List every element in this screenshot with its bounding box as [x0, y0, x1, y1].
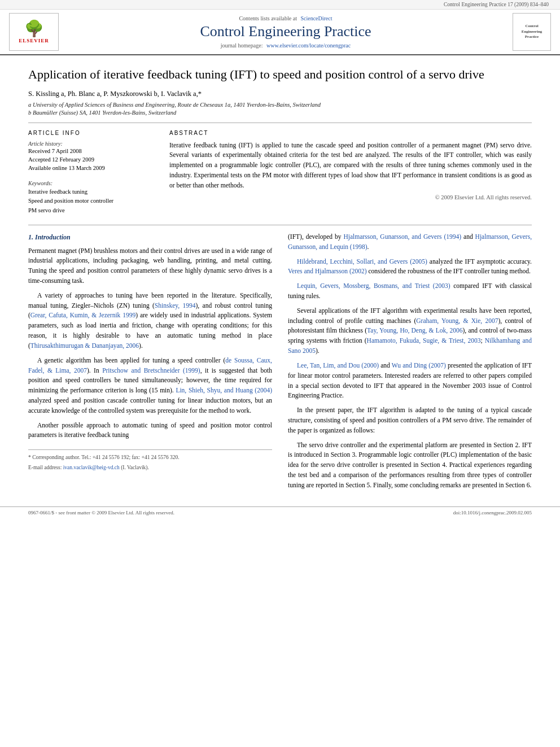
ref-graham[interactable]: Graham, Young, & Xie, 2007 [416, 317, 498, 324]
divider-2 [28, 225, 532, 225]
journal-title: Control Engineering Practice [68, 23, 504, 40]
bottom-bar: 0967-0661/$ - see front matter © 2009 El… [0, 506, 560, 518]
ref-hamamoto[interactable]: Hamamoto, Fukuda, Sugie, & Triest, 2003 [367, 337, 481, 344]
keyword-3: PM servo drive [28, 206, 152, 216]
authors-line: S. Kissling a, Ph. Blanc a, P. Myszkorow… [28, 90, 532, 98]
right-para-1: (IFT), developed by Hjalmarsson, Gunarss… [288, 232, 532, 252]
journal-citation: Control Engineering Practice 17 (2009) 8… [444, 2, 549, 7]
ref-lequin[interactable]: Lequin, Gevers, Mossberg, Bosmans, and T… [297, 282, 450, 289]
accepted-date: Accepted 12 February 2009 [28, 156, 152, 163]
ref-hildebrand[interactable]: Hildebrand, Lecchini, Sollari, and Gever… [297, 258, 427, 265]
bottom-doi: doi:10.1016/j.conengprac.2009.02.005 [453, 510, 532, 516]
ref-wu[interactable]: Wu and Ding (2007) [392, 362, 446, 369]
corresponding-note: * Corresponding author. Tel.: +41 24 557… [28, 453, 272, 462]
received-date: Received 7 April 2008 [28, 148, 152, 154]
available-date: Available online 13 March 2009 [28, 165, 152, 171]
contents-available-line: Contents lists available at ScienceDirec… [68, 15, 504, 21]
email-note: E-mail address: ivan.vaclavik@heig-vd.ch… [28, 464, 272, 472]
divider-1 [28, 123, 532, 123]
ref-hjalmarsson1994[interactable]: Hjalmarsson, Gunarsson, and Gevers (1994… [343, 233, 461, 240]
left-body-col: 1. Introduction Permanent magnet (PM) br… [28, 232, 272, 495]
history-label: Article history: [28, 141, 152, 147]
affiliation-a: a University of Applied Sciences of Busi… [28, 102, 532, 108]
right-para-7: The servo drive controller and the exper… [288, 440, 532, 491]
abstract-heading: ABSTRACT [169, 130, 532, 136]
ref-grear[interactable]: Grear, Cafuta, Kumin, & Jezernik 1999 [30, 312, 135, 318]
body-columns: 1. Introduction Permanent magnet (PM) br… [28, 232, 532, 495]
elsevier-text: ELSEVIER [19, 38, 49, 43]
ref-lee[interactable]: Lee, Tan, Lim, and Dou (2000) [297, 362, 379, 369]
right-para-5: Lee, Tan, Lim, and Dou (2000) and Wu and… [288, 361, 532, 401]
right-para-4: Several applications of the IFT algorith… [288, 306, 532, 356]
abstract-text: Iterative feedback tuning (IFT) is appli… [169, 141, 532, 191]
right-para-3: Lequin, Gevers, Mossberg, Bosmans, and T… [288, 281, 532, 302]
keywords-list: Iterative feedback tuning Speed and posi… [28, 187, 152, 216]
right-para-6: In the present paper, the IFT algorithm … [288, 405, 532, 435]
section1-para-4: Another possible approach to automatic t… [28, 421, 272, 441]
journal-homepage-line: journal homepage: www.elsevier.com/locat… [68, 42, 504, 49]
sciencedirect-link[interactable]: ScienceDirect [300, 15, 332, 21]
main-content: Application of iterative feedback tuning… [0, 55, 560, 506]
journal-right-logo: ControlEngineeringPractice [513, 13, 551, 51]
copyright-line: © 2009 Elsevier Ltd. All rights reserved… [169, 194, 532, 200]
affiliation-b: b Baumüller (Suisse) SA, 1401 Yverdon-le… [28, 110, 532, 116]
ref-tay[interactable]: Tay, Young, Ho, Deng, & Lok, 2006 [367, 327, 462, 334]
article-title: Application of iterative feedback tuning… [28, 67, 532, 83]
footer-notes: * Corresponding author. Tel.: +41 24 557… [28, 449, 272, 471]
info-abstract-row: ARTICLE INFO Article history: Received 7… [28, 130, 532, 216]
elsevier-logo: 🌳 ELSEVIER [9, 13, 59, 51]
section1-title: 1. Introduction [28, 232, 272, 243]
bottom-copyright: 0967-0661/$ - see front matter © 2009 El… [28, 510, 174, 516]
right-logo-text: ControlEngineeringPractice [522, 24, 542, 40]
homepage-url[interactable]: www.elsevier.com/locate/conengprac [266, 42, 351, 49]
keyword-2: Speed and position motor controller [28, 196, 152, 206]
ref-shinskey[interactable]: Shinskey, 1994 [155, 302, 196, 309]
ref-veres[interactable]: Veres and Hjalmarsson (2002) [288, 268, 367, 274]
right-para-2: Hildebrand, Lecchini, Sollari, and Gever… [288, 257, 532, 277]
abstract-col: ABSTRACT Iterative feedback tuning (IFT)… [169, 130, 532, 216]
keyword-1: Iterative feedback tuning [28, 187, 152, 197]
section1-para-3: A genetic algorithm has been applied for… [28, 356, 272, 416]
article-info-col: ARTICLE INFO Article history: Received 7… [28, 130, 152, 216]
article-info-heading: ARTICLE INFO [28, 130, 152, 136]
journal-citation-bar: Control Engineering Practice 17 (2009) 8… [0, 0, 560, 10]
section1-para-2: A variety of approaches to tuning have b… [28, 291, 272, 351]
ref-pritschow[interactable]: Pritschow and Bretschneider (1999) [102, 367, 200, 374]
email-link[interactable]: ivan.vaclavik@heig-vd.ch [63, 465, 120, 470]
right-body-col: (IFT), developed by Hjalmarsson, Gunarss… [288, 232, 532, 495]
journal-title-block: Contents lists available at ScienceDirec… [68, 13, 504, 51]
keywords-label: Keywords: [28, 180, 152, 186]
elsevier-tree-icon: 🌳 [24, 21, 44, 37]
page: Control Engineering Practice 17 (2009) 8… [0, 0, 560, 518]
ref-lin[interactable]: Lin, Shieh, Shyu, and Huang (2004) [176, 387, 272, 394]
ref-thiru[interactable]: Thirusakthimurugan & Dananjayan, 2006 [30, 342, 139, 349]
section1-para-1: Permanent magnet (PM) brushless motors a… [28, 246, 272, 286]
